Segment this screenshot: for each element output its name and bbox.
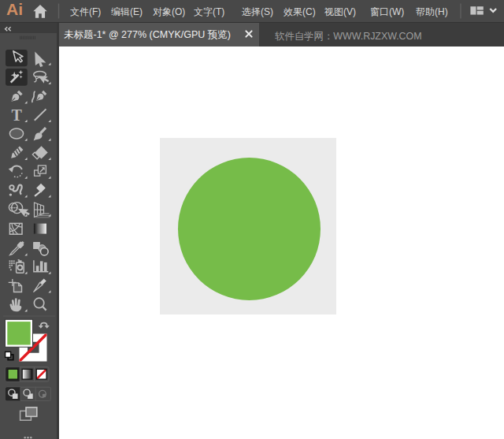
svg-text:T: T xyxy=(12,106,23,124)
